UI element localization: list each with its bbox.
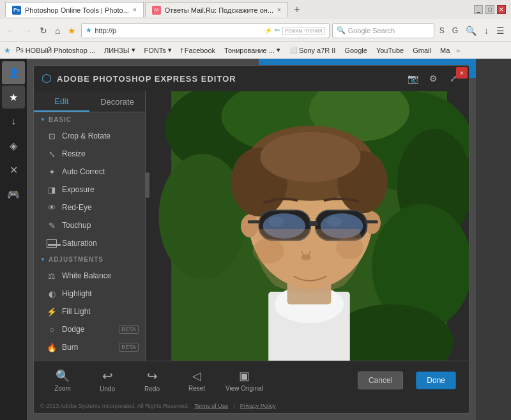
photo-display <box>149 91 469 361</box>
menu-filllight-label: Fill Light <box>62 307 91 316</box>
bookmark-label-2: ЛИНЗЫ <box>104 47 129 54</box>
browser-menu-2[interactable]: G <box>450 25 461 36</box>
section-adjustments[interactable]: ▼ ADJUSTMENTS <box>34 252 145 267</box>
menu-autocorrect-label: Auto Correct <box>62 167 105 176</box>
reload-button[interactable]: ↻ <box>37 24 50 37</box>
basic-arrow-icon: ▼ <box>40 117 46 123</box>
svg-rect-28 <box>364 220 378 223</box>
view-original-icon: ▣ <box>239 369 250 383</box>
minimize-button[interactable]: _ <box>474 5 483 14</box>
footer-terms-link[interactable]: Terms of Use <box>194 403 228 409</box>
undo-icon: ↩ <box>102 368 113 384</box>
menu-touchup[interactable]: ✎ Touchup <box>34 216 145 234</box>
menu-exposure[interactable]: ◨ Exposure <box>34 181 145 199</box>
sidebar-icon-game[interactable]: 🎮 <box>2 183 25 206</box>
bookmark-label-9: Gmail <box>413 47 431 54</box>
tab-favicon-2: M <box>152 6 161 15</box>
menu-redeye[interactable]: 👁 Red-Eye <box>34 199 145 216</box>
redo-label: Redo <box>144 386 160 393</box>
tab-label-2: Ответы Mail.Ru: Подскажите он... <box>165 6 273 14</box>
menu-crop[interactable]: ⊡ Crop & Rotate <box>34 127 145 145</box>
resize-icon: ⤡ <box>47 149 57 159</box>
window-controls: _ □ ✕ <box>474 5 506 14</box>
settings-icon[interactable]: ⚙ <box>425 71 441 86</box>
menu-dodge[interactable]: ○ Dodge BETA <box>34 320 145 338</box>
bookmark-youtube[interactable]: YouTube <box>372 45 408 56</box>
back-button[interactable]: ← <box>4 24 18 37</box>
tab-close-1[interactable]: × <box>133 6 137 13</box>
search-box[interactable]: 🔍 Google Search <box>332 23 434 38</box>
dialog-body: Edit Decorate ▼ BASIC ⊡ <box>34 91 469 361</box>
menu-autocorrect[interactable]: ✦ Auto Correct <box>34 163 145 181</box>
browser-download[interactable]: ↓ <box>482 24 491 37</box>
view-original-button[interactable]: ▣ View Original <box>225 369 263 392</box>
tab-decorate[interactable]: Decorate <box>89 91 145 112</box>
menu-saturation[interactable]: ▬▬ Saturation <box>34 234 145 252</box>
address-bar[interactable]: ★ http://p ⚡ ✏ Режим чтения <box>81 23 329 38</box>
bookmark-label-5: Тонирование ... <box>224 47 275 54</box>
browser-settings[interactable]: ☰ <box>494 24 507 37</box>
tab-photoshop[interactable]: Ps Photoshop Online Tools | Photo... × <box>5 2 144 17</box>
undo-label: Undo <box>100 386 115 393</box>
title-bar: Ps Photoshop Online Tools | Photo... × M… <box>0 0 511 19</box>
bookmark-ma[interactable]: Ма <box>436 45 454 56</box>
sidebar-icon-rss[interactable]: ◈ <box>2 134 25 157</box>
tab-edit[interactable]: Edit <box>34 91 89 112</box>
bookmark-photoshop[interactable]: Ps НОВЫЙ Photoshop ... <box>12 45 99 56</box>
bookmark-star[interactable]: ★ <box>65 24 79 37</box>
close-button[interactable]: ✕ <box>497 5 506 14</box>
bookmark-tonirovanye[interactable]: Тонирование ... ▾ <box>220 45 284 56</box>
dialog-close-button[interactable]: × <box>456 67 468 79</box>
menu-filllight[interactable]: ⚡ Fill Light <box>34 303 145 320</box>
zoom-button[interactable]: 🔍 Zoom <box>47 369 79 392</box>
search-placeholder: Google Search <box>348 27 395 34</box>
nav-bar: ← → ↻ ⌂ ★ ★ http://p ⚡ ✏ Режим чтения 🔍 … <box>0 19 511 42</box>
section-basic[interactable]: ▼ BASIC <box>34 112 145 127</box>
footer-privacy-link[interactable]: Privacy Policy <box>240 403 276 409</box>
forward-button[interactable]: → <box>20 24 34 37</box>
dialog-header-icons: 📷 ⚙ ⤢ <box>405 71 461 86</box>
redo-button[interactable]: ↪ Redo <box>136 368 168 393</box>
tab-mail[interactable]: M Ответы Mail.Ru: Подскажите он... × <box>145 2 288 17</box>
done-button[interactable]: Done <box>416 371 456 389</box>
bookmark-facebook[interactable]: f Facebook <box>177 45 219 56</box>
editor-dialog: ⬡ ADOBE PHOTOSHOP EXPRESS EDITOR 📷 ⚙ ⤢ × <box>33 65 469 414</box>
dodge-icon: ○ <box>47 325 57 334</box>
bookmark-sony[interactable]: ⬜ Sony a7R II <box>286 45 339 56</box>
burn-beta-badge: BETA <box>119 343 139 352</box>
bookmark-label-8: YouTube <box>376 47 404 54</box>
new-tab-button[interactable]: + <box>289 2 305 17</box>
bookmark-gmail[interactable]: Gmail <box>409 45 435 56</box>
tab-close-2[interactable]: × <box>277 6 281 13</box>
menu-dodge-label: Dodge <box>62 325 84 334</box>
menu-whitebalance[interactable]: ⚖ White Balance <box>34 267 145 285</box>
bookmark-google[interactable]: Google <box>340 45 370 56</box>
saturation-icon: ▬▬ <box>47 239 57 248</box>
panel-scroll[interactable]: ▼ BASIC ⊡ Crop & Rotate ⤡ Resize <box>34 112 145 361</box>
sidebar-icon-download[interactable]: ↓ <box>2 110 25 133</box>
reset-button[interactable]: ◁ Reset <box>181 369 213 392</box>
bookmark-label-3: FONTs <box>144 47 166 54</box>
dialog-header: ⬡ ADOBE PHOTOSHOP EXPRESS EDITOR 📷 ⚙ ⤢ × <box>34 66 469 91</box>
browser-search-icon[interactable]: 🔍 <box>463 24 479 37</box>
bookmark-fonts[interactable]: FONTs ▾ <box>141 45 176 56</box>
home-button[interactable]: ⌂ <box>52 24 63 37</box>
cancel-button[interactable]: Cancel <box>358 371 403 389</box>
menu-resize[interactable]: ⤡ Resize <box>34 145 145 163</box>
user-avatar: 👤 <box>2 61 25 84</box>
maximize-button[interactable]: □ <box>485 5 494 14</box>
sidebar-icon-star[interactable]: ★ <box>2 86 25 109</box>
menu-sharpen[interactable]: ▲ Sharpen <box>34 356 145 361</box>
browser-menu-1[interactable]: S <box>437 25 447 36</box>
menu-highlight[interactable]: ◐ Highlight <box>34 285 145 303</box>
bookmark-linzy[interactable]: ЛИНЗЫ ▾ <box>100 45 139 56</box>
menu-burn[interactable]: 🔥 Burn BETA <box>34 338 145 356</box>
sidebar-icon-tools[interactable]: ✕ <box>2 158 25 181</box>
zoom-label: Zoom <box>54 385 71 392</box>
camera-icon[interactable]: 📷 <box>405 71 420 86</box>
menu-resize-label: Resize <box>62 149 86 158</box>
address-text: http://p <box>95 27 261 34</box>
filllight-icon: ⚡ <box>47 307 57 317</box>
zoom-icon: 🔍 <box>56 369 70 383</box>
undo-button[interactable]: ↩ Undo <box>91 368 123 393</box>
